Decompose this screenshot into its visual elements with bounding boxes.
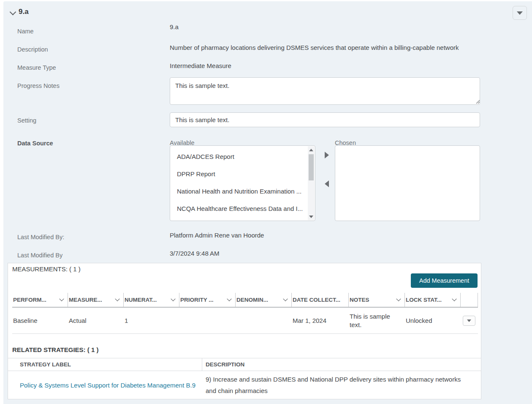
- column-header-lock-status[interactable]: LOCK STAT...: [405, 293, 461, 307]
- measure-type-value: Intermediate Measure: [170, 62, 231, 69]
- table-row[interactable]: Baseline Actual 1 Mar 1, 2024 This is sa…: [12, 308, 478, 334]
- column-header-date-collected[interactable]: DATE COLLECT...: [292, 293, 349, 307]
- cell-lock-status: Unlocked: [405, 308, 461, 333]
- cell-denominator: [236, 308, 292, 333]
- cell-actions: [461, 308, 478, 333]
- section-menu-button[interactable]: [513, 6, 527, 20]
- cell-priority-population: [179, 308, 236, 333]
- data-source-label: Data Source: [17, 140, 157, 147]
- measure-section-panel: 9.a Name 9.a Description Number of pharm…: [3, 1, 532, 404]
- scrollbar[interactable]: [308, 146, 315, 220]
- caret-down-icon: [309, 216, 313, 218]
- move-to-available-button[interactable]: [321, 178, 332, 189]
- table-row[interactable]: Policy & Systems Level Support for Diabe…: [8, 371, 481, 399]
- measurements-table: PERFORM... MEASURE... NUMERAT... PRIORIT…: [12, 293, 478, 334]
- chevron-down-icon[interactable]: [227, 296, 231, 301]
- strategy-description: 9) Increase and sustain DSMES and Nation…: [206, 374, 468, 396]
- progress-notes-label: Progress Notes: [17, 82, 157, 89]
- measurements-title: MEASUREMENTS: ( 1 ): [12, 265, 81, 273]
- caret-up-icon: [309, 149, 313, 151]
- move-to-chosen-button[interactable]: [321, 150, 332, 161]
- measure-type-label: Measure Type: [17, 64, 157, 71]
- caret-left-icon: [325, 180, 329, 187]
- last-modified-date-label: Last Modified By: [17, 252, 157, 259]
- cell-date-collected: Mar 1, 2024: [292, 308, 349, 333]
- column-header-actions: [461, 293, 478, 307]
- available-listbox[interactable]: ADA/ADCES Report DPRP Report National He…: [170, 145, 315, 221]
- chevron-down-icon[interactable]: [115, 296, 119, 301]
- cell-performance-period: Baseline: [12, 308, 68, 333]
- measurements-card: MEASUREMENTS: ( 1 ) Add Measurement PERF…: [8, 263, 481, 399]
- setting-input[interactable]: [170, 112, 480, 127]
- caret-down-icon: [517, 11, 523, 15]
- chosen-listbox[interactable]: [335, 145, 480, 221]
- section-title: 9.a: [19, 8, 29, 16]
- last-modified-date-value: 3/7/2024 9:48 AM: [170, 250, 220, 257]
- description-label: Description: [17, 46, 157, 53]
- chevron-down-icon[interactable]: [59, 296, 64, 301]
- progress-notes-textarea[interactable]: This is sample text.: [170, 77, 480, 105]
- chevron-down-icon[interactable]: [396, 296, 401, 301]
- cell-notes: This is sample text.: [349, 308, 405, 333]
- add-measurement-button[interactable]: Add Measurement: [411, 273, 478, 288]
- strategy-link[interactable]: Policy & Systems Level Support for Diabe…: [20, 382, 195, 389]
- row-actions-button[interactable]: [463, 316, 475, 326]
- list-item[interactable]: ADA/ADCES Report: [170, 148, 307, 165]
- related-strategies-title: RELATED STRATEGIES: ( 1 ): [12, 346, 98, 353]
- caret-right-icon: [325, 152, 329, 158]
- last-modified-by-label: Last Modified By:: [17, 234, 157, 240]
- column-header-description: DESCRIPTION: [202, 358, 481, 371]
- last-modified-by-value: Platform Admin Rene van Hoorde: [170, 232, 264, 239]
- caret-down-icon: [467, 319, 471, 322]
- column-header-notes[interactable]: NOTES: [349, 293, 405, 307]
- strategies-table-header: STRATEGY LABEL DESCRIPTION: [8, 358, 481, 371]
- setting-label: Setting: [17, 117, 157, 124]
- list-item[interactable]: National Health and Nutrition Examinatio…: [170, 183, 307, 200]
- column-header-denominator[interactable]: DENOMIN...: [236, 293, 292, 307]
- list-item[interactable]: DPRP Report: [170, 165, 307, 183]
- list-item[interactable]: NCQA Healthcare Effectiveness Data and I…: [170, 200, 307, 217]
- cell-numerator: 1: [124, 308, 179, 333]
- scroll-up-button[interactable]: [308, 146, 315, 153]
- column-header-numerator[interactable]: NUMERAT...: [124, 293, 179, 307]
- column-header-measurement[interactable]: MEASURE...: [68, 293, 124, 307]
- column-header-strategy-label: STRATEGY LABEL: [8, 358, 202, 371]
- chevron-down-icon[interactable]: [283, 296, 288, 301]
- collapse-chevron-icon[interactable]: [10, 9, 16, 16]
- cell-measurement-type: Actual: [68, 308, 124, 333]
- column-header-performance[interactable]: PERFORM...: [12, 293, 68, 307]
- scrollbar-thumb[interactable]: [309, 154, 314, 180]
- measurements-table-header: PERFORM... MEASURE... NUMERAT... PRIORIT…: [12, 293, 478, 308]
- description-value: Number of pharmacy locations delivering …: [170, 44, 482, 51]
- name-label: Name: [17, 28, 157, 35]
- chevron-down-icon[interactable]: [171, 296, 175, 301]
- scroll-down-button[interactable]: [308, 213, 315, 220]
- chevron-down-icon[interactable]: [452, 296, 456, 301]
- column-header-priority[interactable]: PRIORITY ...: [179, 293, 236, 307]
- name-value: 9.a: [170, 23, 179, 30]
